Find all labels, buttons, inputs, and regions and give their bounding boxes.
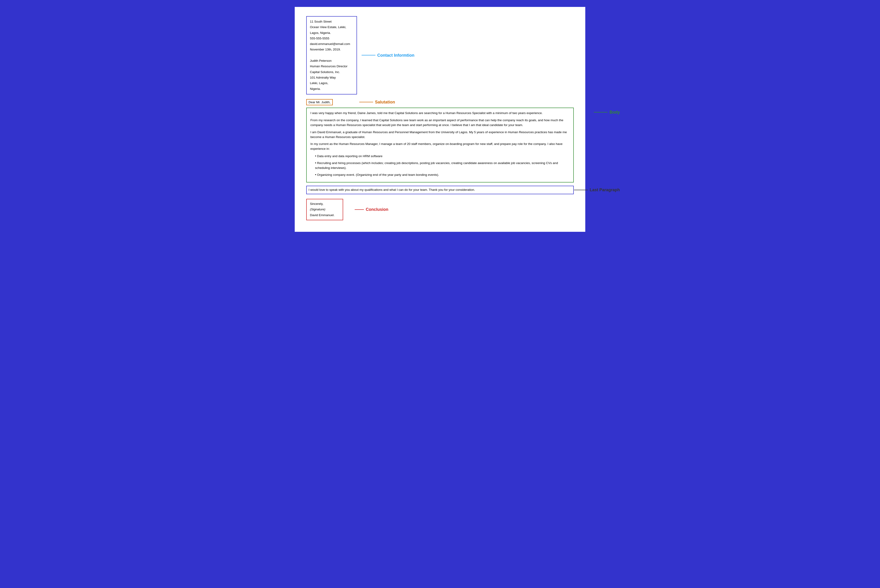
bullet-item-3: Organizing company event. (Organizing en… bbox=[315, 172, 570, 177]
body-para3: I am David Emmanuel, a graduate of Human… bbox=[310, 130, 570, 140]
bullet-item-2: Recruiting and hiring processes (which i… bbox=[315, 160, 570, 171]
contact-line5: david.emmanuel@email.com bbox=[310, 41, 353, 47]
salutation-section: Dear Mr. Judith, Salutation bbox=[306, 99, 574, 105]
contact-line4: 555-555-5555 bbox=[310, 36, 353, 41]
contact-box: 11 South Street Ocean View Estate, Lekki… bbox=[306, 16, 357, 94]
recipient-name: Judith Peterson bbox=[310, 58, 353, 64]
salutation-label: Salutation bbox=[359, 100, 395, 105]
conclusion-section: Sincerely, (Signature) David Emmanuel. C… bbox=[306, 199, 574, 220]
body-para2: From my research on the company, I learn… bbox=[310, 118, 570, 128]
contact-line1: 11 South Street bbox=[310, 19, 353, 24]
contact-label: Contact Informtion bbox=[362, 53, 414, 58]
body-label: Body bbox=[594, 110, 620, 115]
recipient-address1: 101 Admiralty Way bbox=[310, 75, 353, 80]
conclusion-line1: Sincerely, bbox=[310, 201, 340, 207]
contact-line6: November 13th, 2019. bbox=[310, 47, 353, 52]
contact-line3: Lagos, Nigeria. bbox=[310, 30, 353, 36]
letter-page: 11 South Street Ocean View Estate, Lekki… bbox=[295, 7, 585, 232]
body-section: I was very happy when my friend, Daine J… bbox=[306, 108, 574, 183]
recipient-title: Human Resources Director bbox=[310, 64, 353, 69]
last-para-box: I would love to speak with you about my … bbox=[306, 186, 574, 194]
last-para-text: I would love to speak with you about my … bbox=[308, 188, 475, 192]
body-para1: I was very happy when my friend, Daine J… bbox=[310, 111, 570, 116]
contact-section: 11 South Street Ocean View Estate, Lekki… bbox=[306, 16, 357, 94]
bullet-item-1: Data entry and data reporting on HRM sof… bbox=[315, 154, 570, 159]
contact-line2: Ocean View Estate, Lekki, bbox=[310, 24, 353, 30]
conclusion-label: Conclusion bbox=[355, 207, 388, 212]
conclusion-line3: David Emmanuel. bbox=[310, 212, 340, 218]
body-para4: In my current as the Human Resources Man… bbox=[310, 142, 570, 152]
conclusion-line2: (Signature) bbox=[310, 207, 340, 212]
bullet-list: Data entry and data reporting on HRM sof… bbox=[315, 154, 570, 177]
recipient-address3: Nigeria. bbox=[310, 86, 353, 92]
recipient-company: Capital Solutions, Inc. bbox=[310, 69, 353, 75]
salutation-box: Dear Mr. Judith, bbox=[306, 99, 333, 105]
conclusion-box: Sincerely, (Signature) David Emmanuel. bbox=[306, 199, 343, 220]
salutation-text: Dear Mr. Judith, bbox=[308, 100, 331, 104]
last-para-section: I would love to speak with you about my … bbox=[306, 186, 574, 194]
last-para-label: Last Paragraph bbox=[574, 188, 620, 192]
recipient-address2: Lekki, Lagos, bbox=[310, 80, 353, 86]
